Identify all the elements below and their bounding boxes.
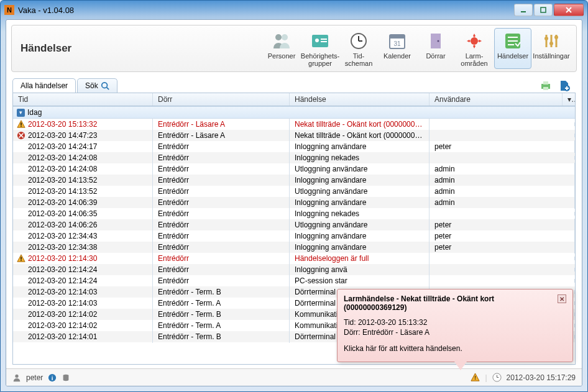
cell-tid: 2012-03-20 14:06:39 bbox=[28, 198, 97, 207]
table-row[interactable]: 2012-03-20 14:13:52EntrédörrUtloggning a… bbox=[13, 186, 575, 197]
tool-larmomraden[interactable]: Larm- områden bbox=[456, 28, 493, 69]
cell-dorr: Entrédörr - Term. B bbox=[153, 308, 290, 321]
table-row[interactable]: 2012-03-20 14:24:17EntrédörrInloggning a… bbox=[13, 141, 575, 152]
table-row[interactable]: 2012-03-20 14:13:52EntrédörrInloggning a… bbox=[13, 175, 575, 186]
table-row[interactable]: 2012-03-20 15:13:32Entrédörr - Läsare AN… bbox=[13, 119, 575, 130]
table-row[interactable]: 2012-03-20 14:24:08EntrédörrUtloggning a… bbox=[13, 163, 575, 175]
tab-alla-handelser[interactable]: Alla händelser bbox=[12, 78, 76, 93]
cell-tid: 2012-03-20 14:24:17 bbox=[28, 142, 97, 151]
cell-tid: 2012-03-20 14:24:08 bbox=[28, 165, 97, 173]
door-icon bbox=[426, 31, 446, 51]
table-row[interactable]: 2012-03-20 12:34:38EntrédörrInloggning a… bbox=[13, 242, 575, 253]
cell-handelse: PC-session star bbox=[290, 275, 430, 287]
cell-dorr: Entrédörr bbox=[153, 174, 290, 186]
cell-dorr: Entrédörr bbox=[153, 207, 290, 220]
table-row[interactable]: 2012-03-20 14:06:26EntrédörrUtloggning a… bbox=[13, 219, 575, 230]
col-header-tid[interactable]: Tid bbox=[13, 93, 153, 106]
close-button[interactable] bbox=[554, 4, 584, 16]
tab-sok[interactable]: Sök bbox=[77, 78, 117, 93]
col-header-dorr[interactable]: Dörr bbox=[153, 93, 290, 106]
warning-icon[interactable]: ! bbox=[471, 373, 480, 382]
col-header-menu[interactable]: ▾ bbox=[563, 93, 575, 106]
cell-tid: 2012-03-20 14:13:52 bbox=[28, 176, 97, 185]
people-icon bbox=[272, 31, 292, 51]
svg-rect-1 bbox=[541, 7, 546, 12]
alarm-popup[interactable]: Larmhändelse - Nekat tillträde - Okänt k… bbox=[337, 289, 573, 362]
cell-tid: 2012-03-20 14:06:26 bbox=[28, 221, 97, 229]
tool-installningar[interactable]: Inställningar bbox=[533, 28, 570, 69]
table-row[interactable]: 2012-03-20 12:14:30EntrédörrHändelselogg… bbox=[13, 253, 575, 264]
status-user: peter bbox=[26, 373, 43, 382]
cell-handelse: Inloggning användare bbox=[290, 230, 430, 242]
cell-anvandare: peter bbox=[430, 230, 575, 242]
cell-anvandare: peter bbox=[430, 241, 575, 253]
settings-icon bbox=[541, 31, 561, 51]
titlebar[interactable]: N Vaka - v1.04.08 bbox=[1, 1, 587, 19]
tool-personer[interactable]: Personer bbox=[263, 28, 300, 69]
table-row[interactable]: 2012-03-20 12:14:24EntrédörrPC-session s… bbox=[13, 275, 575, 286]
cell-tid: 2012-03-20 14:47:23 bbox=[28, 131, 97, 140]
cell-dorr: Entrédörr bbox=[153, 140, 290, 153]
db-icon[interactable] bbox=[62, 373, 70, 382]
cell-dorr: Entrédörr bbox=[153, 163, 290, 175]
svg-point-25 bbox=[554, 35, 558, 39]
alarm-icon bbox=[464, 31, 484, 51]
cell-handelse: Inloggning användare bbox=[290, 174, 430, 186]
tool-label: Personer bbox=[268, 52, 296, 60]
table-row[interactable]: 2012-03-20 14:24:08EntrédörrInloggning n… bbox=[13, 152, 575, 163]
tab-label: Alla händelser bbox=[21, 81, 68, 90]
cell-tid: 2012-03-20 15:13:32 bbox=[28, 120, 97, 129]
svg-point-18 bbox=[471, 37, 478, 45]
cell-anvandare: peter bbox=[430, 140, 575, 153]
info-icon[interactable]: i bbox=[48, 373, 57, 382]
tool-handelser[interactable]: Händelser bbox=[494, 28, 531, 69]
tool-tidscheman[interactable]: Tid- scheman bbox=[340, 28, 377, 69]
table-row[interactable]: 2012-03-20 12:14:24EntrédörrInloggning a… bbox=[13, 264, 575, 275]
window-frame: N Vaka - v1.04.08 Händelser Personer Beh… bbox=[0, 0, 588, 392]
table-row[interactable]: 2012-03-20 14:06:39EntrédörrInloggning a… bbox=[13, 197, 575, 208]
svg-rect-38 bbox=[21, 260, 21, 261]
cell-handelse: Inloggning användare bbox=[290, 241, 430, 253]
cell-tid: 2012-03-20 12:14:03 bbox=[28, 288, 97, 296]
search-icon bbox=[101, 81, 109, 90]
tool-behorighetsgrupper[interactable]: Behörighets- grupper bbox=[301, 28, 339, 69]
cell-handelse: Inloggning användare bbox=[290, 140, 430, 153]
svg-point-17 bbox=[438, 40, 439, 42]
minimize-button[interactable] bbox=[514, 4, 533, 16]
cell-anvandare bbox=[430, 156, 575, 160]
svg-point-24 bbox=[549, 42, 553, 45]
svg-text:!: ! bbox=[475, 375, 477, 381]
client-area: Händelser Personer Behörighets- grupper … bbox=[6, 19, 582, 386]
group-label: Idag bbox=[27, 108, 42, 117]
col-header-handelse[interactable]: Händelse bbox=[290, 93, 430, 106]
cell-dorr: Entrédörr - Term. A bbox=[153, 319, 290, 332]
svg-point-23 bbox=[544, 37, 548, 40]
popup-line-dorr: Dörr: Entrédörr - Läsare A bbox=[344, 328, 566, 337]
popup-tail bbox=[454, 362, 467, 370]
tabs-row: Alla händelser Sök bbox=[6, 78, 582, 93]
svg-point-7 bbox=[315, 39, 319, 42]
svg-line-27 bbox=[106, 88, 109, 90]
svg-rect-30 bbox=[543, 87, 548, 90]
table-row[interactable]: 2012-03-20 14:47:23Entrédörr - Läsare AN… bbox=[13, 130, 575, 141]
cell-anvandare bbox=[430, 279, 575, 283]
col-header-anvandare[interactable]: Användare bbox=[430, 93, 563, 106]
tool-dorrar[interactable]: Dörrar bbox=[417, 28, 454, 69]
popup-close-button[interactable]: ✕ bbox=[558, 294, 566, 303]
cell-anvandare: admin bbox=[430, 163, 575, 175]
tool-kalender[interactable]: 31 Kalender bbox=[379, 28, 416, 69]
print-icon[interactable] bbox=[540, 80, 552, 92]
cell-tid: 2012-03-20 12:14:02 bbox=[28, 321, 97, 330]
tab-label: Sök bbox=[85, 81, 98, 90]
table-row[interactable]: 2012-03-20 14:06:35EntrédörrInloggning n… bbox=[13, 208, 575, 219]
cell-handelse: Inloggning användare bbox=[290, 196, 430, 209]
app-icon: N bbox=[4, 5, 14, 15]
group-row-idag[interactable]: ▾ Idag bbox=[13, 106, 575, 119]
cell-handelse: Utloggning användare bbox=[290, 185, 430, 198]
maximize-button[interactable] bbox=[534, 4, 553, 16]
cell-tid: 2012-03-20 12:14:24 bbox=[28, 276, 97, 285]
export-icon[interactable] bbox=[558, 80, 571, 92]
table-row[interactable]: 2012-03-20 12:34:43EntrédörrInloggning a… bbox=[13, 230, 575, 242]
main-toolbar: Personer Behörighets- grupper Tid- schem… bbox=[263, 28, 570, 69]
cell-dorr: Entrédörr bbox=[153, 185, 290, 198]
